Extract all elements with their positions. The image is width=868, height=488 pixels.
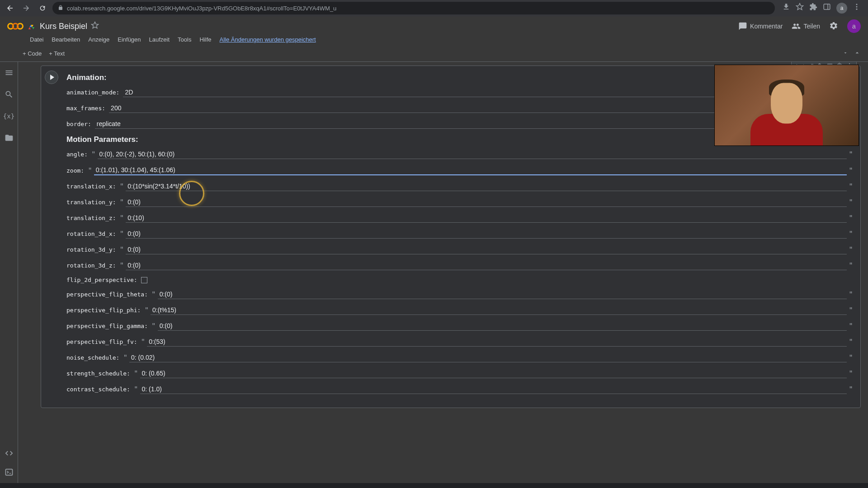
install-icon[interactable] xyxy=(782,3,790,14)
input-rotation-3d-z[interactable] xyxy=(126,261,847,270)
menu-anzeige[interactable]: Anzeige xyxy=(88,36,109,43)
add-text-button[interactable]: + Text xyxy=(49,50,65,57)
back-button[interactable] xyxy=(4,2,16,14)
browser-bar: colab.research.google.com/drive/13G9KHyM… xyxy=(0,0,868,16)
files-icon[interactable] xyxy=(4,132,14,143)
svg-rect-8 xyxy=(5,469,12,475)
lock-icon xyxy=(58,5,63,12)
input-rotation-3d-y[interactable] xyxy=(126,245,847,254)
connect-dropdown-icon[interactable] xyxy=(843,49,848,58)
comment-button[interactable]: Kommentar xyxy=(738,22,783,31)
label-flip-2d-perspective: flip_2d_perspective: xyxy=(66,277,137,283)
colab-header: Kurs Beispiel Kommentar Teilen a Datei B… xyxy=(0,16,868,46)
terminal-icon[interactable] xyxy=(4,467,14,478)
label-border: border: xyxy=(66,121,91,127)
svg-rect-0 xyxy=(824,4,830,9)
menu-tools[interactable]: Tools xyxy=(178,36,191,43)
star-document-icon[interactable] xyxy=(91,21,99,31)
variables-icon[interactable]: {x} xyxy=(4,111,14,122)
label-translation-y: translation_y: xyxy=(66,199,116,206)
label-perspective-flip-phi: perspective_flip_phi: xyxy=(66,307,141,314)
label-max-frames: max_frames: xyxy=(66,105,105,112)
sidepanel-icon[interactable] xyxy=(823,3,831,14)
url-bar[interactable]: colab.research.google.com/drive/13G9KHyM… xyxy=(52,2,775,14)
label-noise-schedule: noise_schedule: xyxy=(66,354,119,361)
menu-einfuegen[interactable]: Einfügen xyxy=(118,36,141,43)
document-title[interactable]: Kurs Beispiel xyxy=(40,22,87,31)
reload-button[interactable] xyxy=(36,2,49,14)
checkbox-flip-2d-perspective[interactable] xyxy=(141,277,147,283)
browser-actions: a xyxy=(778,3,864,14)
toolbar: + Code + Text xyxy=(0,46,868,62)
menu-laufzeit[interactable]: Laufzeit xyxy=(149,36,170,43)
label-rotation-3d-z: rotation_3d_z: xyxy=(66,262,116,269)
search-icon[interactable] xyxy=(4,89,14,100)
label-perspective-flip-fv: perspective_flip_fv: xyxy=(66,338,137,345)
input-perspective-flip-fv[interactable] xyxy=(147,337,847,347)
browser-profile[interactable]: a xyxy=(836,3,847,14)
label-animation-mode: animation_mode: xyxy=(66,89,119,96)
url-text: colab.research.google.com/drive/13G9KHyM… xyxy=(67,5,336,12)
collapse-icon[interactable] xyxy=(854,49,861,58)
label-perspective-flip-theta: perspective_flip_theta: xyxy=(66,291,148,298)
user-avatar[interactable]: a xyxy=(847,19,861,33)
input-contrast-schedule[interactable] xyxy=(140,385,847,394)
webcam-overlay xyxy=(714,65,859,146)
menu-bar: Datei Bearbeiten Anzeige Einfügen Laufze… xyxy=(7,34,861,46)
label-rotation-3d-x: rotation_3d_x: xyxy=(66,230,116,237)
input-zoom[interactable] xyxy=(94,165,847,175)
input-strength-schedule[interactable] xyxy=(140,369,847,378)
toc-icon[interactable] xyxy=(4,67,14,78)
run-cell-button[interactable] xyxy=(45,70,58,84)
menu-hilfe[interactable]: Hilfe xyxy=(199,36,211,43)
save-status[interactable]: Alle Änderungen wurden gespeichert xyxy=(219,36,316,43)
input-perspective-flip-gamma[interactable] xyxy=(158,321,847,331)
left-sidebar: {x} xyxy=(0,62,18,483)
input-translation-y[interactable] xyxy=(126,197,847,207)
input-perspective-flip-phi[interactable] xyxy=(151,305,847,315)
colab-logo-icon[interactable] xyxy=(7,18,24,34)
input-angle[interactable] xyxy=(98,150,847,159)
menu-datei[interactable]: Datei xyxy=(30,36,43,43)
label-strength-schedule: strength_schedule: xyxy=(66,370,130,377)
star-icon[interactable] xyxy=(796,3,804,14)
input-perspective-flip-theta[interactable] xyxy=(158,290,847,299)
extensions-icon[interactable] xyxy=(809,3,817,14)
share-button[interactable]: Teilen xyxy=(792,22,820,31)
svg-point-4 xyxy=(856,9,858,10)
add-code-button[interactable]: + Code xyxy=(23,50,42,57)
menu-bearbeiten[interactable]: Bearbeiten xyxy=(52,36,80,43)
svg-point-3 xyxy=(856,6,858,8)
input-rotation-3d-x[interactable] xyxy=(126,229,847,239)
label-perspective-flip-gamma: perspective_flip_gamma: xyxy=(66,323,148,329)
forward-button[interactable] xyxy=(20,2,33,14)
code-snippets-icon[interactable] xyxy=(4,448,14,459)
label-zoom: zoom: xyxy=(66,167,84,174)
svg-point-2 xyxy=(856,4,858,5)
notebook-content: ↑ ↓ ⬀ ✎ ▦ 🗑 ⋮ Animation: animation_mode:… xyxy=(18,62,868,483)
label-angle: angle: xyxy=(66,151,88,158)
input-noise-schedule[interactable] xyxy=(129,353,847,362)
drive-icon xyxy=(28,22,36,30)
input-translation-x[interactable] xyxy=(126,182,847,191)
label-rotation-3d-y: rotation_3d_y: xyxy=(66,246,116,253)
input-translation-z[interactable] xyxy=(126,213,847,223)
label-translation-z: translation_z: xyxy=(66,215,116,221)
label-contrast-schedule: contrast_schedule: xyxy=(66,386,130,393)
menu-icon[interactable] xyxy=(853,3,861,14)
settings-icon[interactable] xyxy=(829,21,838,32)
label-translation-x: translation_x: xyxy=(66,183,116,190)
